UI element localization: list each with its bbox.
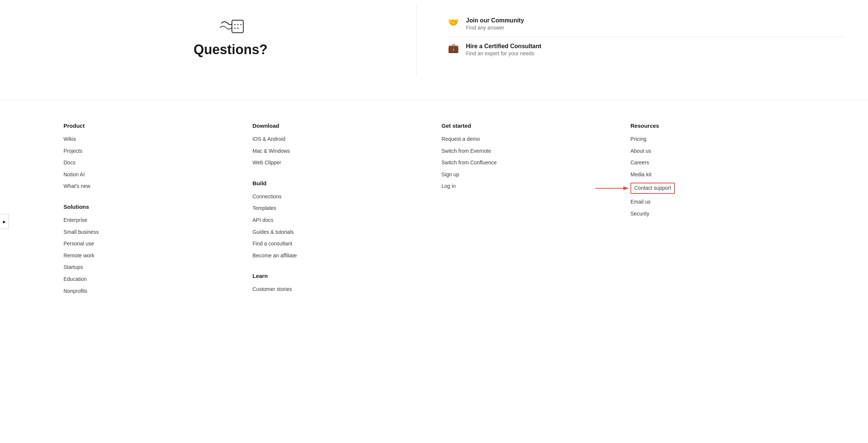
svg-rect-0 bbox=[232, 20, 243, 33]
list-item: Contact support bbox=[630, 183, 805, 194]
ios-android-link[interactable]: iOS & Android bbox=[252, 136, 285, 142]
list-item: Notion AI bbox=[63, 171, 238, 179]
personal-use-link[interactable]: Personal use bbox=[63, 241, 94, 247]
community-desc: Find any answer bbox=[466, 25, 524, 31]
log-in-link[interactable]: Log in bbox=[441, 183, 456, 189]
right-panel: 🤝 Join our Community Find any answer 💼 H… bbox=[417, 4, 868, 77]
list-item: Media kit bbox=[630, 171, 805, 179]
notion-ai-link[interactable]: Notion AI bbox=[63, 171, 85, 177]
list-item: Small business bbox=[63, 229, 238, 236]
customer-stories-link[interactable]: Customer stories bbox=[252, 286, 292, 292]
docs-link[interactable]: Docs bbox=[63, 159, 75, 165]
solutions-links: Enterprise Small business Personal use R… bbox=[63, 217, 238, 295]
youtube-icon: ▶ bbox=[3, 220, 6, 224]
find-consultant-link[interactable]: Find a consultant bbox=[252, 241, 292, 247]
remote-work-link[interactable]: Remote work bbox=[63, 253, 94, 258]
wikis-link[interactable]: Wikis bbox=[63, 136, 76, 142]
list-item: What's new bbox=[63, 183, 238, 190]
consultant-text: Hire a Certified Consultant Find an expe… bbox=[466, 43, 542, 56]
list-item: Find a consultant bbox=[252, 240, 427, 248]
list-item: Security bbox=[630, 210, 805, 218]
list-item: Nonprofits bbox=[63, 288, 238, 295]
sign-up-link[interactable]: Sign up bbox=[441, 171, 459, 177]
request-demo-link[interactable]: Request a demo bbox=[441, 136, 480, 142]
list-item: iOS & Android bbox=[252, 136, 427, 143]
build-header: Build bbox=[252, 180, 427, 186]
mac-windows-link[interactable]: Mac & Windows bbox=[252, 148, 290, 154]
build-section: Build Connections Templates API docs Gui… bbox=[252, 180, 427, 260]
build-links: Connections Templates API docs Guides & … bbox=[252, 193, 427, 260]
list-item: Guides & tutorials bbox=[252, 229, 427, 236]
list-item: Email us bbox=[630, 198, 805, 206]
list-item: Education bbox=[63, 276, 238, 283]
careers-link[interactable]: Careers bbox=[630, 159, 649, 165]
list-item: Connections bbox=[252, 193, 427, 201]
whats-new-link[interactable]: What's new bbox=[63, 183, 90, 189]
startups-link[interactable]: Startups bbox=[63, 264, 83, 270]
svg-point-3 bbox=[241, 24, 242, 25]
svg-point-2 bbox=[238, 24, 239, 25]
red-arrow-icon bbox=[595, 185, 629, 192]
templates-link[interactable]: Templates bbox=[252, 205, 276, 211]
api-docs-link[interactable]: API docs bbox=[252, 217, 273, 223]
community-icon: 🤝 bbox=[447, 17, 460, 28]
learn-section: Learn Customer stories bbox=[252, 273, 427, 293]
footer-col-get-started: Get started Request a demo Switch from E… bbox=[438, 123, 619, 299]
list-item: Web Clipper bbox=[252, 159, 427, 167]
contact-support-link[interactable]: Contact support bbox=[630, 183, 675, 194]
list-item: Enterprise bbox=[63, 217, 238, 224]
list-item: Projects bbox=[63, 148, 238, 155]
community-title: Join our Community bbox=[466, 17, 524, 24]
connections-link[interactable]: Connections bbox=[252, 193, 282, 199]
list-item: Docs bbox=[63, 159, 238, 167]
guides-tutorials-link[interactable]: Guides & tutorials bbox=[252, 229, 294, 235]
questions-area: Questions? bbox=[0, 4, 417, 77]
svg-point-5 bbox=[238, 28, 239, 29]
list-item: Switch from Evernote bbox=[441, 148, 616, 155]
youtube-button[interactable]: ▶ bbox=[0, 214, 9, 229]
footer-grid: Product Wikis Projects Docs Notion AI Wh… bbox=[60, 123, 808, 299]
list-item: Customer stories bbox=[252, 286, 427, 293]
education-link[interactable]: Education bbox=[63, 276, 87, 282]
get-started-header: Get started bbox=[441, 123, 616, 129]
product-links: Wikis Projects Docs Notion AI What's new bbox=[63, 136, 238, 190]
nonprofits-link[interactable]: Nonprofits bbox=[63, 288, 87, 294]
switch-confluence-link[interactable]: Switch from Confluence bbox=[441, 159, 497, 165]
become-affiliate-link[interactable]: Become an affiliate bbox=[252, 253, 297, 258]
about-us-link[interactable]: About us bbox=[630, 148, 651, 154]
projects-link[interactable]: Projects bbox=[63, 148, 83, 154]
media-kit-link[interactable]: Media kit bbox=[630, 171, 651, 177]
web-clipper-link[interactable]: Web Clipper bbox=[252, 159, 281, 165]
community-text: Join our Community Find any answer bbox=[466, 17, 524, 31]
svg-marker-7 bbox=[623, 186, 629, 190]
list-item: Request a demo bbox=[441, 136, 616, 143]
get-started-links: Request a demo Switch from Evernote Swit… bbox=[441, 136, 616, 190]
list-item: Pricing bbox=[630, 136, 805, 143]
resources-header: Resources bbox=[630, 123, 805, 129]
pricing-link[interactable]: Pricing bbox=[630, 136, 647, 142]
footer-col-product-solutions: Product Wikis Projects Docs Notion AI Wh… bbox=[60, 123, 241, 299]
product-header: Product bbox=[63, 123, 238, 129]
consultant-desc: Find an expert for your needs bbox=[466, 50, 542, 56]
small-business-link[interactable]: Small business bbox=[63, 229, 99, 235]
list-item: Wikis bbox=[63, 136, 238, 143]
resources-links: Pricing About us Careers Media kit Conta… bbox=[630, 136, 805, 217]
email-us-link[interactable]: Email us bbox=[630, 199, 651, 205]
list-item: Personal use bbox=[63, 240, 238, 248]
list-item: API docs bbox=[252, 217, 427, 224]
consultant-title: Hire a Certified Consultant bbox=[466, 43, 542, 50]
footer-col-download-build: Download iOS & Android Mac & Windows Web… bbox=[249, 123, 430, 299]
download-header: Download bbox=[252, 123, 427, 129]
download-links: iOS & Android Mac & Windows Web Clipper bbox=[252, 136, 427, 167]
consultant-icon: 💼 bbox=[447, 43, 460, 53]
top-section: Questions? 🤝 Join our Community Find any… bbox=[0, 0, 868, 100]
switch-evernote-link[interactable]: Switch from Evernote bbox=[441, 148, 491, 154]
questions-icon bbox=[216, 16, 245, 39]
security-link[interactable]: Security bbox=[630, 211, 650, 217]
footer-section: Product Wikis Projects Docs Notion AI Wh… bbox=[0, 100, 868, 322]
list-item: Sign up bbox=[441, 171, 616, 179]
list-item: Remote work bbox=[63, 252, 238, 260]
list-item: About us bbox=[630, 148, 805, 155]
svg-point-4 bbox=[235, 28, 236, 29]
enterprise-link[interactable]: Enterprise bbox=[63, 217, 87, 223]
